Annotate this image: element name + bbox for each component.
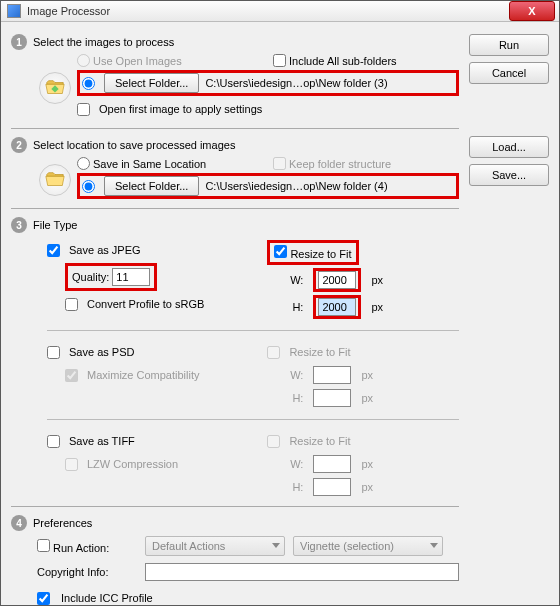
section-4-title: Preferences xyxy=(33,517,92,529)
copyright-label: Copyright Info: xyxy=(37,566,137,578)
tiff-resize-checkbox xyxy=(267,435,280,448)
jpeg-h-label: H: xyxy=(285,301,303,313)
jpeg-w-px: px xyxy=(371,274,383,286)
section-1-title: Select the images to process xyxy=(33,36,174,48)
maximize-compat-checkbox xyxy=(65,369,78,382)
source-folder-path: C:\Users\iedesign…op\New folder (3) xyxy=(205,77,387,89)
jpeg-resize-checkbox[interactable] xyxy=(274,245,287,258)
step-badge-4: 4 xyxy=(11,515,27,531)
jpeg-height-input[interactable] xyxy=(318,298,356,316)
save-as-jpeg-checkbox[interactable] xyxy=(47,244,60,257)
folder-save-icon xyxy=(39,164,71,196)
select-folder-button-1[interactable]: Select Folder... xyxy=(104,73,199,93)
load-button[interactable]: Load... xyxy=(469,136,549,158)
lzw-label: LZW Compression xyxy=(87,458,178,470)
dest-folder-path: C:\Users\iedesign…op\New folder (4) xyxy=(205,180,387,192)
tiff-height-input xyxy=(313,478,351,496)
section-select-images: 1 Select the images to process Use Open … xyxy=(11,34,459,122)
chevron-down-icon xyxy=(430,543,438,548)
tiff-h-px: px xyxy=(361,481,373,493)
folder-open-icon xyxy=(39,72,71,104)
tiff-resize-label: Resize to Fit xyxy=(289,435,350,447)
jpeg-width-input[interactable] xyxy=(318,271,356,289)
psd-resize-checkbox xyxy=(267,346,280,359)
convert-srgb-label: Convert Profile to sRGB xyxy=(87,298,204,310)
use-open-images-label: Use Open Images xyxy=(93,55,182,67)
image-processor-window: Image Processor X 1 Select the images to… xyxy=(0,0,560,606)
tiff-h-label: H: xyxy=(285,481,303,493)
open-first-image-label: Open first image to apply settings xyxy=(99,103,262,115)
psd-width-input xyxy=(313,366,351,384)
tiff-width-input xyxy=(313,455,351,473)
run-button[interactable]: Run xyxy=(469,34,549,56)
open-first-image-checkbox[interactable] xyxy=(77,103,90,116)
jpeg-w-label: W: xyxy=(285,274,303,286)
run-action-label: Run Action: xyxy=(53,542,109,554)
action-dropdown[interactable]: Vignette (selection) xyxy=(293,536,443,556)
section-save-location: 2 Select location to save processed imag… xyxy=(11,137,459,202)
jpeg-h-px: px xyxy=(371,301,383,313)
window-title: Image Processor xyxy=(27,5,509,17)
save-same-location-radio[interactable] xyxy=(77,157,90,170)
include-subfolders-checkbox[interactable] xyxy=(273,54,286,67)
highlight-source-folder: Select Folder... C:\Users\iedesign…op\Ne… xyxy=(77,70,459,96)
save-as-tiff-label: Save as TIFF xyxy=(69,435,135,447)
section-3-title: File Type xyxy=(33,219,77,231)
save-as-tiff-checkbox[interactable] xyxy=(47,435,60,448)
save-same-location-label: Save in Same Location xyxy=(93,158,206,170)
psd-height-input xyxy=(313,389,351,407)
select-folder-radio-1[interactable] xyxy=(82,77,95,90)
chevron-down-icon xyxy=(272,543,280,548)
action-set-dropdown[interactable]: Default Actions xyxy=(145,536,285,556)
step-badge-3: 3 xyxy=(11,217,27,233)
psd-w-label: W: xyxy=(285,369,303,381)
psd-h-px: px xyxy=(361,392,373,404)
lzw-checkbox xyxy=(65,458,78,471)
quality-label: Quality: xyxy=(72,271,109,283)
step-badge-2: 2 xyxy=(11,137,27,153)
save-as-jpeg-label: Save as JPEG xyxy=(69,244,141,256)
run-action-checkbox[interactable] xyxy=(37,539,50,552)
quality-input[interactable] xyxy=(112,268,150,286)
include-icc-checkbox[interactable] xyxy=(37,592,50,605)
psd-w-px: px xyxy=(361,369,373,381)
titlebar[interactable]: Image Processor X xyxy=(1,1,559,22)
psd-resize-label: Resize to Fit xyxy=(289,346,350,358)
save-button[interactable]: Save... xyxy=(469,164,549,186)
step-badge-1: 1 xyxy=(11,34,27,50)
highlight-resize: Resize to Fit xyxy=(267,240,358,265)
app-icon xyxy=(7,4,21,18)
tiff-w-label: W: xyxy=(285,458,303,470)
jpeg-resize-label: Resize to Fit xyxy=(290,248,351,260)
psd-h-label: H: xyxy=(285,392,303,404)
close-button[interactable]: X xyxy=(509,1,555,21)
include-icc-label: Include ICC Profile xyxy=(61,592,153,604)
convert-srgb-checkbox[interactable] xyxy=(65,298,78,311)
include-subfolders-label: Include All sub-folders xyxy=(289,55,397,67)
highlight-dest-folder: Select Folder... C:\Users\iedesign…op\Ne… xyxy=(77,173,459,199)
section-preferences: 4 Preferences Run Action: Default Action… xyxy=(11,515,459,606)
use-open-images-radio xyxy=(77,54,90,67)
select-folder-radio-2[interactable] xyxy=(82,180,95,193)
maximize-compat-label: Maximize Compatibility xyxy=(87,369,199,381)
save-as-psd-label: Save as PSD xyxy=(69,346,134,358)
cancel-button[interactable]: Cancel xyxy=(469,62,549,84)
highlight-quality: Quality: xyxy=(65,263,157,291)
keep-folder-structure-checkbox xyxy=(273,157,286,170)
keep-folder-structure-label: Keep folder structure xyxy=(289,158,391,170)
select-folder-button-2[interactable]: Select Folder... xyxy=(104,176,199,196)
copyright-input[interactable] xyxy=(145,563,459,581)
section-2-title: Select location to save processed images xyxy=(33,139,235,151)
save-as-psd-checkbox[interactable] xyxy=(47,346,60,359)
tiff-w-px: px xyxy=(361,458,373,470)
section-file-type: 3 File Type Save as JPEG Quality: xyxy=(11,217,459,500)
